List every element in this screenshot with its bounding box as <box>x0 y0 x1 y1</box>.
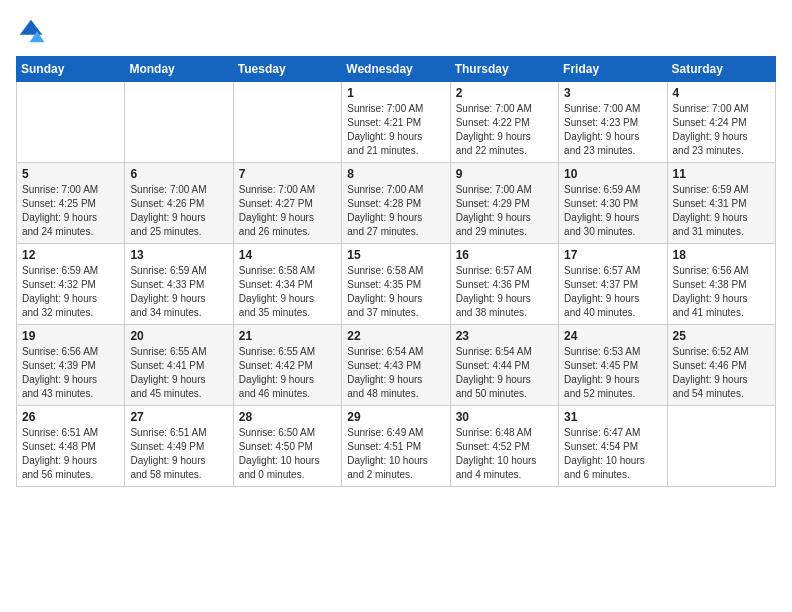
day-number: 21 <box>239 329 336 343</box>
day-number: 29 <box>347 410 444 424</box>
day-info: Sunrise: 7:00 AM Sunset: 4:24 PM Dayligh… <box>673 102 770 158</box>
day-header-thursday: Thursday <box>450 57 558 82</box>
day-info: Sunrise: 7:00 AM Sunset: 4:29 PM Dayligh… <box>456 183 553 239</box>
day-info: Sunrise: 7:00 AM Sunset: 4:28 PM Dayligh… <box>347 183 444 239</box>
day-header-friday: Friday <box>559 57 667 82</box>
calendar-cell: 4Sunrise: 7:00 AM Sunset: 4:24 PM Daylig… <box>667 82 775 163</box>
day-info: Sunrise: 6:54 AM Sunset: 4:44 PM Dayligh… <box>456 345 553 401</box>
day-info: Sunrise: 6:59 AM Sunset: 4:32 PM Dayligh… <box>22 264 119 320</box>
day-header-wednesday: Wednesday <box>342 57 450 82</box>
day-number: 14 <box>239 248 336 262</box>
day-number: 17 <box>564 248 661 262</box>
day-info: Sunrise: 6:47 AM Sunset: 4:54 PM Dayligh… <box>564 426 661 482</box>
calendar: SundayMondayTuesdayWednesdayThursdayFrid… <box>16 56 776 487</box>
calendar-cell <box>125 82 233 163</box>
day-info: Sunrise: 6:53 AM Sunset: 4:45 PM Dayligh… <box>564 345 661 401</box>
calendar-cell: 7Sunrise: 7:00 AM Sunset: 4:27 PM Daylig… <box>233 163 341 244</box>
calendar-cell: 11Sunrise: 6:59 AM Sunset: 4:31 PM Dayli… <box>667 163 775 244</box>
day-number: 28 <box>239 410 336 424</box>
calendar-cell <box>667 406 775 487</box>
calendar-cell: 20Sunrise: 6:55 AM Sunset: 4:41 PM Dayli… <box>125 325 233 406</box>
logo-icon <box>16 16 46 46</box>
week-row-5: 26Sunrise: 6:51 AM Sunset: 4:48 PM Dayli… <box>17 406 776 487</box>
calendar-cell: 25Sunrise: 6:52 AM Sunset: 4:46 PM Dayli… <box>667 325 775 406</box>
day-number: 5 <box>22 167 119 181</box>
day-number: 4 <box>673 86 770 100</box>
calendar-cell: 23Sunrise: 6:54 AM Sunset: 4:44 PM Dayli… <box>450 325 558 406</box>
day-header-tuesday: Tuesday <box>233 57 341 82</box>
day-info: Sunrise: 6:51 AM Sunset: 4:49 PM Dayligh… <box>130 426 227 482</box>
day-number: 6 <box>130 167 227 181</box>
calendar-cell: 6Sunrise: 7:00 AM Sunset: 4:26 PM Daylig… <box>125 163 233 244</box>
day-header-sunday: Sunday <box>17 57 125 82</box>
calendar-cell: 24Sunrise: 6:53 AM Sunset: 4:45 PM Dayli… <box>559 325 667 406</box>
calendar-cell: 3Sunrise: 7:00 AM Sunset: 4:23 PM Daylig… <box>559 82 667 163</box>
day-number: 8 <box>347 167 444 181</box>
week-row-1: 1Sunrise: 7:00 AM Sunset: 4:21 PM Daylig… <box>17 82 776 163</box>
calendar-cell: 19Sunrise: 6:56 AM Sunset: 4:39 PM Dayli… <box>17 325 125 406</box>
day-info: Sunrise: 7:00 AM Sunset: 4:23 PM Dayligh… <box>564 102 661 158</box>
day-header-saturday: Saturday <box>667 57 775 82</box>
day-info: Sunrise: 6:59 AM Sunset: 4:30 PM Dayligh… <box>564 183 661 239</box>
logo <box>16 16 50 46</box>
day-number: 23 <box>456 329 553 343</box>
calendar-cell: 27Sunrise: 6:51 AM Sunset: 4:49 PM Dayli… <box>125 406 233 487</box>
calendar-cell: 5Sunrise: 7:00 AM Sunset: 4:25 PM Daylig… <box>17 163 125 244</box>
day-number: 26 <box>22 410 119 424</box>
calendar-cell: 21Sunrise: 6:55 AM Sunset: 4:42 PM Dayli… <box>233 325 341 406</box>
week-row-4: 19Sunrise: 6:56 AM Sunset: 4:39 PM Dayli… <box>17 325 776 406</box>
day-number: 12 <box>22 248 119 262</box>
day-info: Sunrise: 6:57 AM Sunset: 4:36 PM Dayligh… <box>456 264 553 320</box>
header <box>16 16 776 46</box>
day-number: 24 <box>564 329 661 343</box>
calendar-cell: 14Sunrise: 6:58 AM Sunset: 4:34 PM Dayli… <box>233 244 341 325</box>
svg-marker-0 <box>20 20 43 35</box>
day-info: Sunrise: 6:55 AM Sunset: 4:42 PM Dayligh… <box>239 345 336 401</box>
calendar-cell <box>233 82 341 163</box>
calendar-cell: 16Sunrise: 6:57 AM Sunset: 4:36 PM Dayli… <box>450 244 558 325</box>
day-number: 20 <box>130 329 227 343</box>
day-number: 13 <box>130 248 227 262</box>
day-number: 16 <box>456 248 553 262</box>
calendar-cell: 10Sunrise: 6:59 AM Sunset: 4:30 PM Dayli… <box>559 163 667 244</box>
calendar-cell: 15Sunrise: 6:58 AM Sunset: 4:35 PM Dayli… <box>342 244 450 325</box>
calendar-cell: 26Sunrise: 6:51 AM Sunset: 4:48 PM Dayli… <box>17 406 125 487</box>
day-header-monday: Monday <box>125 57 233 82</box>
day-info: Sunrise: 6:50 AM Sunset: 4:50 PM Dayligh… <box>239 426 336 482</box>
calendar-cell: 2Sunrise: 7:00 AM Sunset: 4:22 PM Daylig… <box>450 82 558 163</box>
calendar-cell: 9Sunrise: 7:00 AM Sunset: 4:29 PM Daylig… <box>450 163 558 244</box>
day-number: 27 <box>130 410 227 424</box>
calendar-cell: 1Sunrise: 7:00 AM Sunset: 4:21 PM Daylig… <box>342 82 450 163</box>
day-info: Sunrise: 6:48 AM Sunset: 4:52 PM Dayligh… <box>456 426 553 482</box>
day-number: 30 <box>456 410 553 424</box>
day-number: 31 <box>564 410 661 424</box>
day-info: Sunrise: 6:58 AM Sunset: 4:34 PM Dayligh… <box>239 264 336 320</box>
day-info: Sunrise: 7:00 AM Sunset: 4:21 PM Dayligh… <box>347 102 444 158</box>
day-info: Sunrise: 6:51 AM Sunset: 4:48 PM Dayligh… <box>22 426 119 482</box>
calendar-cell: 22Sunrise: 6:54 AM Sunset: 4:43 PM Dayli… <box>342 325 450 406</box>
day-info: Sunrise: 7:00 AM Sunset: 4:26 PM Dayligh… <box>130 183 227 239</box>
day-info: Sunrise: 6:49 AM Sunset: 4:51 PM Dayligh… <box>347 426 444 482</box>
calendar-cell: 31Sunrise: 6:47 AM Sunset: 4:54 PM Dayli… <box>559 406 667 487</box>
day-info: Sunrise: 6:55 AM Sunset: 4:41 PM Dayligh… <box>130 345 227 401</box>
day-number: 11 <box>673 167 770 181</box>
day-number: 10 <box>564 167 661 181</box>
day-number: 2 <box>456 86 553 100</box>
day-number: 15 <box>347 248 444 262</box>
week-row-3: 12Sunrise: 6:59 AM Sunset: 4:32 PM Dayli… <box>17 244 776 325</box>
day-info: Sunrise: 6:52 AM Sunset: 4:46 PM Dayligh… <box>673 345 770 401</box>
calendar-cell: 30Sunrise: 6:48 AM Sunset: 4:52 PM Dayli… <box>450 406 558 487</box>
day-info: Sunrise: 6:59 AM Sunset: 4:31 PM Dayligh… <box>673 183 770 239</box>
day-number: 19 <box>22 329 119 343</box>
day-info: Sunrise: 6:57 AM Sunset: 4:37 PM Dayligh… <box>564 264 661 320</box>
day-number: 9 <box>456 167 553 181</box>
calendar-header-row: SundayMondayTuesdayWednesdayThursdayFrid… <box>17 57 776 82</box>
calendar-cell: 17Sunrise: 6:57 AM Sunset: 4:37 PM Dayli… <box>559 244 667 325</box>
week-row-2: 5Sunrise: 7:00 AM Sunset: 4:25 PM Daylig… <box>17 163 776 244</box>
day-info: Sunrise: 6:54 AM Sunset: 4:43 PM Dayligh… <box>347 345 444 401</box>
calendar-cell: 8Sunrise: 7:00 AM Sunset: 4:28 PM Daylig… <box>342 163 450 244</box>
calendar-cell <box>17 82 125 163</box>
day-info: Sunrise: 6:56 AM Sunset: 4:38 PM Dayligh… <box>673 264 770 320</box>
day-number: 1 <box>347 86 444 100</box>
calendar-cell: 29Sunrise: 6:49 AM Sunset: 4:51 PM Dayli… <box>342 406 450 487</box>
